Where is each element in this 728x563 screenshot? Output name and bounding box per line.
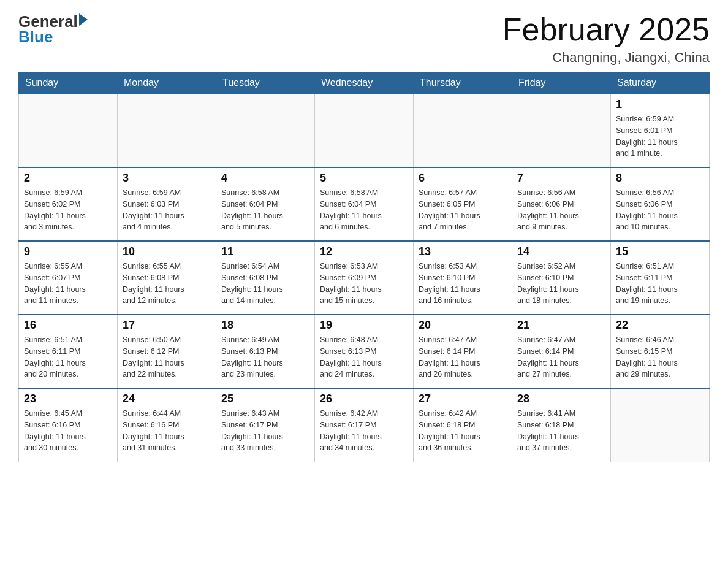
- day-info: Sunrise: 6:59 AM Sunset: 6:02 PM Dayligh…: [24, 187, 112, 233]
- day-number: 10: [123, 245, 211, 258]
- calendar-cell: 7Sunrise: 6:56 AM Sunset: 6:06 PM Daylig…: [512, 167, 611, 241]
- day-info: Sunrise: 6:58 AM Sunset: 6:04 PM Dayligh…: [320, 187, 408, 233]
- day-number: 24: [123, 393, 211, 405]
- day-number: 1: [616, 98, 704, 111]
- title-block: February 2025 Changning, Jiangxi, China: [502, 12, 710, 66]
- day-number: 25: [221, 393, 309, 405]
- page-header: General Blue February 2025 Changning, Ji…: [18, 12, 710, 66]
- day-info: Sunrise: 6:51 AM Sunset: 6:11 PM Dayligh…: [616, 261, 704, 307]
- day-info: Sunrise: 6:42 AM Sunset: 6:18 PM Dayligh…: [419, 408, 507, 454]
- day-number: 27: [419, 393, 507, 405]
- calendar-cell: 18Sunrise: 6:49 AM Sunset: 6:13 PM Dayli…: [216, 315, 315, 388]
- day-number: 4: [221, 172, 309, 185]
- day-info: Sunrise: 6:44 AM Sunset: 6:16 PM Dayligh…: [123, 408, 211, 454]
- logo-blue-text: Blue: [18, 28, 88, 47]
- day-number: 5: [320, 172, 408, 185]
- location-title: Changning, Jiangxi, China: [502, 50, 710, 66]
- day-number: 21: [517, 319, 605, 332]
- logo: General Blue: [18, 12, 88, 47]
- day-info: Sunrise: 6:49 AM Sunset: 6:13 PM Dayligh…: [221, 334, 309, 380]
- day-number: 28: [517, 393, 605, 405]
- day-number: 23: [24, 393, 112, 405]
- day-info: Sunrise: 6:58 AM Sunset: 6:04 PM Dayligh…: [221, 187, 309, 233]
- col-header-monday: Monday: [118, 72, 216, 94]
- col-header-sunday: Sunday: [19, 72, 118, 94]
- calendar-cell: 20Sunrise: 6:47 AM Sunset: 6:14 PM Dayli…: [414, 315, 512, 388]
- calendar-cell: [118, 94, 216, 167]
- day-info: Sunrise: 6:54 AM Sunset: 6:08 PM Dayligh…: [221, 261, 309, 307]
- day-info: Sunrise: 6:48 AM Sunset: 6:13 PM Dayligh…: [320, 334, 408, 380]
- calendar-cell: 23Sunrise: 6:45 AM Sunset: 6:16 PM Dayli…: [19, 388, 118, 462]
- calendar-cell: 16Sunrise: 6:51 AM Sunset: 6:11 PM Dayli…: [19, 315, 118, 388]
- day-info: Sunrise: 6:52 AM Sunset: 6:10 PM Dayligh…: [517, 261, 605, 307]
- day-info: Sunrise: 6:47 AM Sunset: 6:14 PM Dayligh…: [419, 334, 507, 380]
- calendar-cell: 28Sunrise: 6:41 AM Sunset: 6:18 PM Dayli…: [512, 388, 611, 462]
- day-info: Sunrise: 6:56 AM Sunset: 6:06 PM Dayligh…: [616, 187, 704, 233]
- col-header-thursday: Thursday: [414, 72, 512, 94]
- calendar-cell: [315, 94, 414, 167]
- day-number: 20: [419, 319, 507, 332]
- day-info: Sunrise: 6:59 AM Sunset: 6:01 PM Dayligh…: [616, 113, 704, 159]
- day-info: Sunrise: 6:57 AM Sunset: 6:05 PM Dayligh…: [419, 187, 507, 233]
- calendar-cell: 26Sunrise: 6:42 AM Sunset: 6:17 PM Dayli…: [315, 388, 414, 462]
- calendar-cell: 27Sunrise: 6:42 AM Sunset: 6:18 PM Dayli…: [414, 388, 512, 462]
- day-number: 2: [24, 172, 112, 185]
- calendar-cell: 21Sunrise: 6:47 AM Sunset: 6:14 PM Dayli…: [512, 315, 611, 388]
- day-number: 26: [320, 393, 408, 405]
- calendar-cell: 25Sunrise: 6:43 AM Sunset: 6:17 PM Dayli…: [216, 388, 315, 462]
- calendar-cell: 1Sunrise: 6:59 AM Sunset: 6:01 PM Daylig…: [611, 94, 710, 167]
- day-info: Sunrise: 6:56 AM Sunset: 6:06 PM Dayligh…: [517, 187, 605, 233]
- week-row-2: 2Sunrise: 6:59 AM Sunset: 6:02 PM Daylig…: [19, 167, 710, 241]
- logo-arrow-icon: [79, 13, 88, 26]
- calendar-cell: 11Sunrise: 6:54 AM Sunset: 6:08 PM Dayli…: [216, 241, 315, 315]
- calendar-cell: 15Sunrise: 6:51 AM Sunset: 6:11 PM Dayli…: [611, 241, 710, 315]
- calendar-cell: 9Sunrise: 6:55 AM Sunset: 6:07 PM Daylig…: [19, 241, 118, 315]
- day-number: 19: [320, 319, 408, 332]
- month-title: February 2025: [502, 12, 710, 47]
- calendar-cell: 5Sunrise: 6:58 AM Sunset: 6:04 PM Daylig…: [315, 167, 414, 241]
- day-info: Sunrise: 6:55 AM Sunset: 6:07 PM Dayligh…: [24, 261, 112, 307]
- day-info: Sunrise: 6:45 AM Sunset: 6:16 PM Dayligh…: [24, 408, 112, 454]
- day-number: 8: [616, 172, 704, 185]
- calendar-header-row: SundayMondayTuesdayWednesdayThursdayFrid…: [19, 72, 710, 94]
- calendar-cell: 14Sunrise: 6:52 AM Sunset: 6:10 PM Dayli…: [512, 241, 611, 315]
- calendar-cell: [512, 94, 611, 167]
- calendar-cell: 8Sunrise: 6:56 AM Sunset: 6:06 PM Daylig…: [611, 167, 710, 241]
- day-number: 11: [221, 245, 309, 258]
- day-info: Sunrise: 6:55 AM Sunset: 6:08 PM Dayligh…: [123, 261, 211, 307]
- week-row-5: 23Sunrise: 6:45 AM Sunset: 6:16 PM Dayli…: [19, 388, 710, 462]
- day-info: Sunrise: 6:43 AM Sunset: 6:17 PM Dayligh…: [221, 408, 309, 454]
- day-info: Sunrise: 6:47 AM Sunset: 6:14 PM Dayligh…: [517, 334, 605, 380]
- calendar-cell: 19Sunrise: 6:48 AM Sunset: 6:13 PM Dayli…: [315, 315, 414, 388]
- calendar-cell: 4Sunrise: 6:58 AM Sunset: 6:04 PM Daylig…: [216, 167, 315, 241]
- day-number: 17: [123, 319, 211, 332]
- day-info: Sunrise: 6:51 AM Sunset: 6:11 PM Dayligh…: [24, 334, 112, 380]
- day-number: 3: [123, 172, 211, 185]
- day-info: Sunrise: 6:50 AM Sunset: 6:12 PM Dayligh…: [123, 334, 211, 380]
- col-header-wednesday: Wednesday: [315, 72, 414, 94]
- day-info: Sunrise: 6:59 AM Sunset: 6:03 PM Dayligh…: [123, 187, 211, 233]
- day-info: Sunrise: 6:42 AM Sunset: 6:17 PM Dayligh…: [320, 408, 408, 454]
- calendar-cell: 12Sunrise: 6:53 AM Sunset: 6:09 PM Dayli…: [315, 241, 414, 315]
- day-info: Sunrise: 6:41 AM Sunset: 6:18 PM Dayligh…: [517, 408, 605, 454]
- calendar-cell: 22Sunrise: 6:46 AM Sunset: 6:15 PM Dayli…: [611, 315, 710, 388]
- day-number: 22: [616, 319, 704, 332]
- calendar-cell: [19, 94, 118, 167]
- day-number: 6: [419, 172, 507, 185]
- calendar-cell: 10Sunrise: 6:55 AM Sunset: 6:08 PM Dayli…: [118, 241, 216, 315]
- day-number: 16: [24, 319, 112, 332]
- calendar-cell: 2Sunrise: 6:59 AM Sunset: 6:02 PM Daylig…: [19, 167, 118, 241]
- calendar-cell: [216, 94, 315, 167]
- calendar-cell: 24Sunrise: 6:44 AM Sunset: 6:16 PM Dayli…: [118, 388, 216, 462]
- calendar-cell: 13Sunrise: 6:53 AM Sunset: 6:10 PM Dayli…: [414, 241, 512, 315]
- day-number: 7: [517, 172, 605, 185]
- calendar-cell: 6Sunrise: 6:57 AM Sunset: 6:05 PM Daylig…: [414, 167, 512, 241]
- day-number: 14: [517, 245, 605, 258]
- day-info: Sunrise: 6:53 AM Sunset: 6:09 PM Dayligh…: [320, 261, 408, 307]
- calendar-cell: 17Sunrise: 6:50 AM Sunset: 6:12 PM Dayli…: [118, 315, 216, 388]
- calendar-cell: 3Sunrise: 6:59 AM Sunset: 6:03 PM Daylig…: [118, 167, 216, 241]
- day-number: 9: [24, 245, 112, 258]
- week-row-3: 9Sunrise: 6:55 AM Sunset: 6:07 PM Daylig…: [19, 241, 710, 315]
- calendar-cell: [414, 94, 512, 167]
- day-info: Sunrise: 6:53 AM Sunset: 6:10 PM Dayligh…: [419, 261, 507, 307]
